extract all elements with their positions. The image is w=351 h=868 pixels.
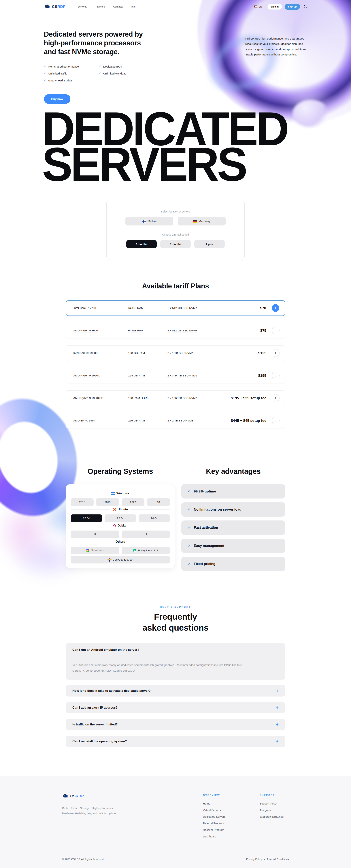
location-finland-button[interactable]: Finland [126, 217, 173, 225]
tariff-cpu: Intel Core i7-7700 [73, 306, 128, 310]
faq-question[interactable]: Can I add an extra IP address? + [66, 702, 285, 713]
alma-linux-icon [85, 549, 90, 553]
expand-icon[interactable]: + [276, 739, 279, 744]
os-option-rocky-linux[interactable]: Rocky Linux: 8, 9 [121, 547, 170, 554]
language-code: EN [259, 5, 262, 8]
tariff-price: $125 [258, 351, 267, 355]
advantage-item: ✓Fixed pricing [181, 557, 285, 571]
nav-services[interactable]: Services [78, 5, 87, 8]
dark-mode-toggle[interactable] [303, 5, 307, 9]
faq-item: Can I reinstall the operating system? + [66, 736, 285, 747]
period-6-months-button[interactable]: 6 months [160, 240, 191, 248]
feature-item: ✓Non-shared performance [44, 65, 99, 68]
os-option-windows-2016[interactable]: 2016 [71, 498, 94, 506]
tariff-cpu: AMD Ryzen 9 5950X [73, 374, 128, 377]
os-option-ubuntu-2204[interactable]: 22.04 [105, 515, 136, 522]
footer-link-reseller-program[interactable]: Reseller Program [203, 828, 259, 831]
terms-link[interactable]: Terms & Conditions [267, 858, 289, 861]
os-option-ubuntu-2004[interactable]: 20.04 [71, 515, 102, 522]
chevron-right-icon [274, 329, 277, 332]
tariff-row[interactable]: Intel Core i7-7700 64 GB RAM 2 x 512 GB … [66, 300, 285, 316]
tariff-cpu: AMD Ryzen 9 7950X3D [73, 396, 128, 400]
os-option-ubuntu-2404[interactable]: 24.04 [139, 515, 170, 522]
tariff-open-button[interactable] [272, 417, 280, 424]
expand-icon[interactable]: + [276, 688, 279, 693]
expand-icon[interactable]: + [276, 722, 279, 727]
advantage-item: ✓No limitations on server load [181, 502, 285, 517]
os-group-windows: Windows [71, 492, 170, 495]
ubuntu-icon [113, 508, 116, 511]
hero-feature-list: ✓Non-shared performance ✓Unlimited traff… [44, 65, 201, 82]
tariff-row[interactable]: AMD Ryzen 5 3600 64 GB RAM 2 x 512 GB SS… [66, 323, 285, 338]
os-option-alma-linux[interactable]: Alma Linux [71, 547, 119, 554]
footer-logo[interactable]: CSRDP [62, 794, 139, 799]
language-switcher[interactable]: EN [254, 5, 262, 8]
check-icon: ✓ [99, 72, 101, 75]
expand-icon[interactable]: + [276, 705, 279, 710]
hero-description: Full control, high performance, and guar… [245, 36, 307, 104]
tariff-open-button[interactable] [272, 372, 280, 379]
chevron-right-icon [274, 307, 277, 309]
faq-item: Can I run an Android emulator on the ser… [66, 643, 285, 680]
tariff-open-button[interactable] [272, 327, 280, 334]
nav-partners[interactable]: Partners [96, 5, 105, 8]
footer-link-virtual-servers[interactable]: Virtual Servers [203, 808, 259, 812]
location-germany-button[interactable]: Germany [178, 217, 225, 225]
footer-link-telegram[interactable]: Telegram [259, 808, 289, 812]
footer-link-dedicated-servers[interactable]: Dedicated Servers [203, 815, 259, 818]
faq-item: Is traffic on the server limited? + [66, 719, 285, 730]
nav-info[interactable]: Info [132, 5, 136, 8]
footer: CSRDP Better. Faster. Stronger. High-per… [0, 776, 351, 868]
check-icon: ✓ [188, 525, 191, 530]
tariff-open-button[interactable] [272, 304, 279, 312]
privacy-policy-link[interactable]: Privacy Policy [246, 858, 262, 861]
nav-contacts[interactable]: Contacts [113, 5, 123, 8]
windows-icon [111, 492, 115, 495]
moon-icon [303, 5, 307, 9]
faq-question[interactable]: Can I run an Android emulator on the ser… [66, 643, 285, 657]
tariff-row[interactable]: AMD Ryzen 9 7950X3D 128 RAM DDR5 2 x 1.9… [66, 390, 285, 406]
tariff-row[interactable]: Intel Core i9-9900K 128 GB RAM 2 x 1 TB … [66, 345, 285, 361]
advantage-item: ✓Easy management [181, 538, 285, 553]
faq-question[interactable]: Can I reinstall the operating system? + [66, 736, 285, 747]
os-option-windows-10[interactable]: 10 [147, 498, 170, 506]
period-3-months-button[interactable]: 3 months [126, 240, 157, 248]
tariff-price: $75 [260, 329, 266, 333]
tariff-open-button[interactable] [272, 349, 280, 357]
os-card: Windows 2016 2019 2022 10 Ubuntu 20.04 2… [66, 484, 175, 568]
tariff-open-button[interactable] [272, 394, 280, 402]
tariff-row[interactable]: AMD EPYC 9454 256 GB RAM 2 x 2 TB SSD NV… [66, 413, 285, 428]
chevron-right-icon [274, 397, 277, 399]
period-1-year-button[interactable]: 1 year [194, 240, 225, 248]
os-option-windows-2019[interactable]: 2019 [96, 498, 119, 506]
footer-link-support-ticket[interactable]: Support Ticket [259, 802, 289, 805]
footer-link-referral-program[interactable]: Referral Program [203, 822, 259, 825]
brand-name: CSRDP [52, 4, 66, 9]
feature-item: ✓Unlimited traffic [44, 72, 99, 75]
os-option-windows-2022[interactable]: 2022 [121, 498, 144, 506]
collapse-icon[interactable]: − [276, 648, 279, 652]
os-option-centos[interactable]: CentOS: 8, 9, 10 [71, 556, 170, 563]
faq-question[interactable]: Is traffic on the server limited? + [66, 719, 285, 730]
os-group-others: Others [71, 540, 170, 544]
faq-question[interactable]: How long does it take to activate a dedi… [66, 685, 285, 696]
tariff-row[interactable]: AMD Ryzen 9 5950X 128 GB RAM 2 x 3.84 TB… [66, 368, 285, 383]
footer-link-support-email[interactable]: support@csrdp.host [259, 815, 289, 818]
display-title: DEDICATED SERVERS [42, 111, 309, 182]
feature-item: ✓Guaranteed 1 Gbps [44, 79, 99, 82]
brand-logo[interactable]: CSRDP [44, 4, 66, 9]
os-option-debian-11[interactable]: 11 [71, 530, 119, 538]
tariff-storage: 2 x 512 GB SSD NVMe [168, 306, 260, 310]
footer-link-dashboard[interactable]: Dashboard [203, 835, 259, 838]
centos-icon [107, 558, 112, 562]
debian-icon [113, 524, 116, 528]
copyright: © 2025 CSRDP. All Rights Reserved. [62, 858, 104, 861]
hero-section: Dedicated servers powered by high-perfor… [44, 30, 307, 104]
footer-link-home[interactable]: Home [203, 802, 259, 805]
tariff-price: $195 + $25 setup fee [231, 396, 266, 400]
sign-in-button[interactable]: Sign in [267, 4, 282, 10]
sign-up-button[interactable]: Sign up [285, 4, 300, 10]
os-option-debian-12[interactable]: 12 [121, 530, 170, 538]
tariff-storage: 2 x 1.92 TB SSD NVMe [168, 396, 231, 400]
faq-title: Frequently asked questions [66, 611, 285, 633]
